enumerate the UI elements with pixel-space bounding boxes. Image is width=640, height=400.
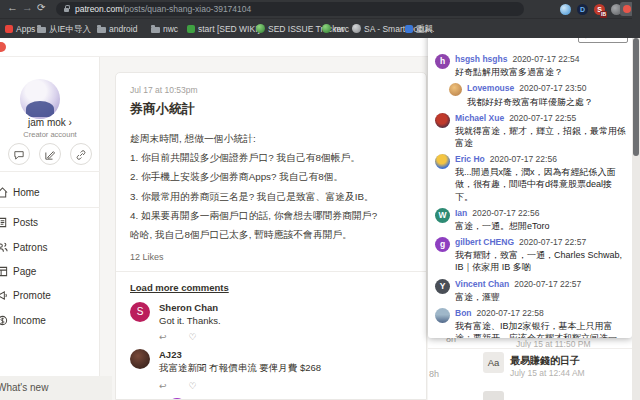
popup-comment: Michael Xue2020-07-17 22:55 我就得富途，耀才，輝立，…: [435, 113, 629, 149]
sidebar-item-page[interactable]: Page: [0, 265, 100, 281]
comment-time: 2020-07-17 22:58: [477, 308, 544, 318]
feed-item-date: July 15 at 12:44 AM: [510, 368, 585, 378]
comment-row: S Sheron Chan Got it. Thanks. ↩♡: [130, 302, 412, 344]
page-scrollbar[interactable]: [632, 0, 640, 400]
comment-text: 我有富途、IB加2家银行，基本上只用富途；要新开，应该会在耀才和辉立间选一间；A…: [455, 320, 629, 338]
sidebar-item-home[interactable]: Home: [0, 186, 100, 202]
comment-author[interactable]: Bon: [455, 308, 472, 318]
avatar[interactable]: [130, 349, 150, 369]
post-body-line: 3. 你最常用的券商頭三名是? 我自己是致富、富途及IB。: [130, 191, 412, 203]
feed-item-title[interactable]: 最易賺錢的日子: [510, 354, 580, 368]
avatar[interactable]: S: [130, 302, 150, 322]
comment-time: 2020-07-17 22:54: [512, 54, 579, 64]
comment-author[interactable]: Ian: [455, 208, 467, 218]
post-body-line: 2. 你手機上安裝多少個券商Apps? 我自己有8個。: [130, 171, 412, 183]
comment-row: AJ23 我富途新聞 冇報價串流 要俾月費 $268 ↩♡: [130, 349, 412, 393]
scrollbar-thumb[interactable]: [633, 38, 639, 156]
post-title: 券商小統計: [130, 100, 412, 118]
popup-comment: h hsgsh hsghs2020-07-17 22:54 好奇點解用致富多過富…: [435, 54, 629, 78]
reply-icon[interactable]: ↩: [159, 332, 167, 342]
bookmark-folder-ie-import[interactable]: 从IE中导入: [37, 23, 91, 35]
bookmark-apps[interactable]: Apps: [5, 23, 35, 35]
creator-sidebar: jam mok › Creator account Home Posts Pat…: [0, 57, 100, 376]
back-icon[interactable]: ←: [7, 1, 18, 13]
avatar[interactable]: [449, 83, 462, 96]
sidebar-item-income[interactable]: Income: [0, 314, 100, 330]
comment-author[interactable]: hsgsh hsghs: [455, 54, 507, 64]
address-bar[interactable]: patreon.com/posts/quan-shang-xiao-391741…: [56, 2, 524, 16]
avatar[interactable]: Y: [435, 279, 450, 294]
comment-author[interactable]: Sheron Chan: [159, 302, 221, 313]
screen: ← → ⟳ patreon.com/posts/quan-shang-xiao-…: [0, 0, 640, 400]
comment-text: 富途，滙豐: [455, 291, 581, 303]
feed-item-thumbnail[interactable]: Aa: [483, 352, 504, 373]
page-icon: [0, 266, 8, 279]
load-more-comments-link[interactable]: Load more comments: [130, 282, 229, 293]
bookmark-folder-nwc[interactable]: nwc: [151, 23, 178, 35]
creator-name[interactable]: jam mok ›: [0, 117, 100, 128]
bookmark-nwc[interactable]: nwc: [322, 23, 349, 35]
extension-icon-blue[interactable]: [560, 4, 571, 15]
comment-text: 我有耀財，致富，一通，Charles Schwab, IB｜依家用 IB 多啲: [455, 249, 629, 273]
compose-button[interactable]: [39, 143, 61, 165]
bookmark-folder-android[interactable]: android: [97, 23, 137, 35]
sidebar-item-label: Patrons: [13, 242, 47, 253]
avatar[interactable]: [435, 154, 450, 169]
feed-item-thumbnail[interactable]: [483, 391, 504, 400]
chevron-right-icon: ›: [69, 117, 72, 128]
heart-icon[interactable]: ♡: [189, 381, 197, 391]
apps-icon: [5, 25, 13, 33]
extension-icon-d[interactable]: D: [577, 4, 588, 15]
avatar[interactable]: W: [435, 208, 450, 223]
share-link-button[interactable]: [70, 143, 92, 165]
promote-icon: [0, 290, 8, 303]
comment-time: 2020-07-17 23:50: [519, 83, 586, 93]
comment-text: 我富途新聞 冇報價串流 要俾月費 $268: [159, 362, 321, 375]
post-date: Jul 17 at 10:53pm: [130, 85, 412, 95]
folder-icon: [151, 27, 160, 33]
sidebar-item-promote[interactable]: Promote: [0, 289, 100, 305]
frog-icon: [322, 24, 331, 33]
post-body-line: 哈哈, 我自己8個戶口已太多, 暫時應該不會再開戶。: [130, 229, 412, 241]
bookmark-label: nwc: [334, 24, 349, 34]
avatar[interactable]: [435, 113, 450, 128]
sidebar-item-patrons[interactable]: Patrons: [0, 241, 100, 257]
bookmark-zhongxing[interactable]: 重興: [405, 23, 433, 35]
comment-author[interactable]: AJ23: [159, 349, 321, 360]
bookmark-label: android: [109, 24, 137, 34]
site-icon: [187, 25, 195, 33]
bookmark-label: start [SED WIKI]: [198, 24, 260, 34]
extension-icon-s[interactable]: SIB: [594, 4, 605, 15]
reload-icon[interactable]: ⟳: [37, 2, 45, 13]
comment-author[interactable]: Vincent Chan: [455, 279, 509, 289]
heart-icon[interactable]: ♡: [189, 332, 197, 342]
post-body-line: 1. 你目前共開設多少個證券戶口? 我自己有8個帳戶。: [130, 152, 412, 164]
avatar[interactable]: [435, 308, 450, 323]
income-icon: [0, 315, 8, 328]
site-icon: [405, 25, 413, 33]
reply-icon[interactable]: ↩: [159, 381, 167, 391]
comment-time: 2020-07-17 22:57: [514, 279, 581, 289]
post-body-line: 4. 如果要再開多一兩個戶口的話, 你會想去哪間券商開戶?: [130, 210, 412, 222]
chat-button[interactable]: [8, 143, 30, 165]
comment-text: Got it. Thanks.: [159, 315, 221, 326]
comment-time: 2020-07-17 22:55: [509, 113, 576, 123]
whats-new-link[interactable]: What's new: [0, 376, 112, 400]
comment-author[interactable]: gilbert CHENG: [455, 237, 514, 247]
post-body-line: 趁周末時間, 想做一個小統計:: [130, 133, 412, 145]
comment-author[interactable]: Michael Xue: [455, 113, 504, 123]
url-host: patreon.com: [75, 4, 122, 14]
feed-time: 8h: [429, 369, 439, 379]
comment-author[interactable]: Lovemouse: [467, 83, 514, 93]
forward-icon[interactable]: →: [22, 1, 33, 13]
popup-comment: Y Vincent Chan2020-07-17 22:57 富途，滙豐: [435, 279, 629, 303]
creator-name-text: jam mok: [28, 117, 66, 128]
popup-comment: W Ian2020-07-17 22:56 富途，一通。想開eToro: [435, 208, 629, 232]
avatar[interactable]: g: [435, 237, 450, 252]
comment-text: 我就得富途，耀才，輝立，招銀，最常用係富途: [455, 125, 629, 149]
creator-avatar[interactable]: [20, 79, 60, 119]
sidebar-item-posts[interactable]: Posts: [0, 216, 100, 232]
comment-author[interactable]: Eric Ho: [455, 154, 485, 164]
bookmark-start-sed-wiki[interactable]: start [SED WIKI]: [187, 23, 260, 35]
avatar[interactable]: h: [435, 54, 450, 69]
